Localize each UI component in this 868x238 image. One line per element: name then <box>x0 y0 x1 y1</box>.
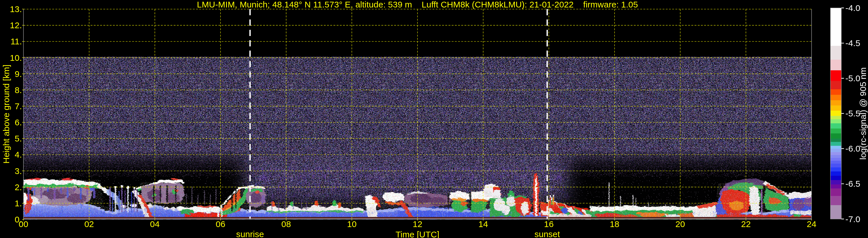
svg-text:5.: 5. <box>15 134 22 143</box>
svg-text:log(rc-signal) @ 905 nm: log(rc-signal) @ 905 nm <box>858 67 868 160</box>
svg-text:18: 18 <box>610 219 619 229</box>
svg-text:11.: 11. <box>11 37 22 46</box>
svg-text:06: 06 <box>216 219 225 229</box>
svg-text:24: 24 <box>807 219 816 229</box>
svg-text:20: 20 <box>675 219 685 229</box>
svg-text:10.: 10. <box>10 53 22 62</box>
svg-text:13.: 13. <box>10 4 22 14</box>
svg-text:7.: 7. <box>15 101 22 111</box>
svg-text:9.: 9. <box>15 69 22 79</box>
svg-text:-4.0: -4.0 <box>845 3 861 13</box>
svg-text:-7.0: -7.0 <box>845 214 861 224</box>
svg-text:1.: 1. <box>15 199 22 208</box>
svg-text:-6.5: -6.5 <box>845 179 861 188</box>
svg-text:sunrise: sunrise <box>236 229 264 238</box>
svg-text:12: 12 <box>413 219 422 229</box>
svg-text:-4.5: -4.5 <box>845 38 861 48</box>
svg-text:8.: 8. <box>15 85 22 95</box>
svg-text:02: 02 <box>84 219 94 229</box>
svg-text:14: 14 <box>478 219 488 229</box>
svg-text:12.: 12. <box>10 21 22 30</box>
svg-text:LMU-MIM, Munich; 48.148° N 11.: LMU-MIM, Munich; 48.148° N 11.573° E, al… <box>197 0 638 9</box>
svg-text:6.: 6. <box>15 118 22 127</box>
svg-text:10: 10 <box>347 219 356 229</box>
svg-text:00: 00 <box>19 219 28 229</box>
svg-text:08: 08 <box>281 219 291 229</box>
svg-text:Height above ground [km]: Height above ground [km] <box>1 64 11 163</box>
svg-text:sunset: sunset <box>535 229 560 238</box>
svg-text:3.: 3. <box>15 166 22 176</box>
svg-text:Time [UTC]: Time [UTC] <box>396 230 439 238</box>
svg-text:2.: 2. <box>15 182 22 192</box>
svg-text:16: 16 <box>544 219 554 229</box>
svg-text:4.: 4. <box>15 150 22 159</box>
svg-text:22: 22 <box>741 219 750 229</box>
svg-text:04: 04 <box>150 219 159 229</box>
